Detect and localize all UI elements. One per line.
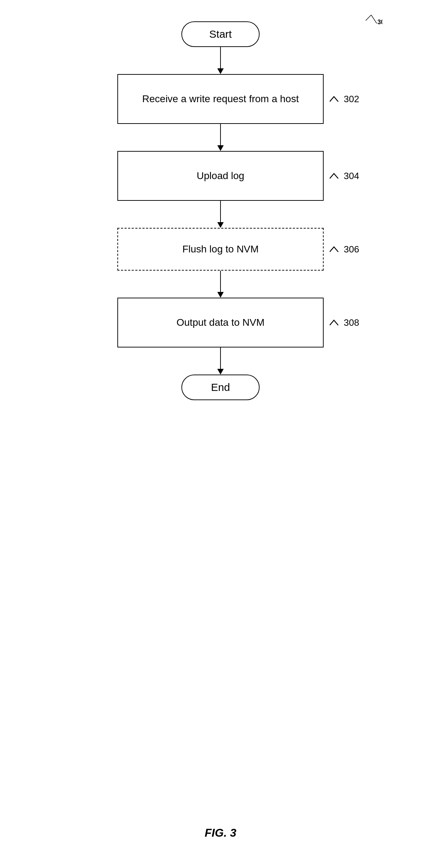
start-node: Start — [181, 21, 260, 47]
arrow-3 — [217, 201, 224, 228]
step-306-label: Flush log to NVM — [182, 244, 259, 255]
figure-caption: FIG. 3 — [205, 826, 237, 840]
step-304-wrapper: Upload log 304 — [117, 151, 324, 201]
step-306-wrapper: Flush log to NVM 306 — [117, 228, 324, 271]
ref-304: 304 — [330, 171, 359, 182]
step-304-label: Upload log — [197, 170, 244, 182]
arrow-line — [220, 271, 221, 292]
step-302-label: Receive a write request from a host — [142, 93, 299, 105]
start-label: Start — [209, 28, 232, 40]
arrow-head — [217, 369, 224, 375]
step-302-box: Receive a write request from a host — [117, 74, 324, 124]
arrow-head — [217, 145, 224, 151]
end-label: End — [211, 381, 230, 393]
arrow-line — [220, 347, 221, 369]
svg-line-0 — [371, 15, 377, 23]
ref-308: 308 — [330, 317, 359, 328]
ref-306: 306 — [330, 244, 359, 255]
arrow-head — [217, 68, 224, 74]
arrow-line — [220, 47, 221, 68]
arrow-line — [220, 124, 221, 145]
svg-text:300: 300 — [377, 19, 382, 26]
arrow-1 — [217, 47, 224, 74]
ref-302: 302 — [330, 94, 359, 105]
flowchart: Start Receive a write request from a hos… — [96, 21, 345, 400]
arrow-2 — [217, 124, 224, 151]
step-306-box: Flush log to NVM — [117, 228, 324, 271]
step-308-box: Output data to NVM — [117, 298, 324, 347]
arrow-head — [217, 222, 224, 228]
end-node: End — [181, 375, 260, 400]
arrow-head — [217, 292, 224, 298]
step-308-label: Output data to NVM — [176, 317, 264, 328]
arrow-line — [220, 201, 221, 222]
arrow-4 — [217, 271, 224, 298]
step-304-box: Upload log — [117, 151, 324, 201]
arrow-5 — [217, 347, 224, 375]
step-308-wrapper: Output data to NVM 308 — [117, 298, 324, 347]
step-302-wrapper: Receive a write request from a host 302 — [117, 74, 324, 124]
diagram-container: 300 Start Receive a write request from a… — [0, 0, 441, 868]
svg-line-1 — [366, 15, 371, 21]
